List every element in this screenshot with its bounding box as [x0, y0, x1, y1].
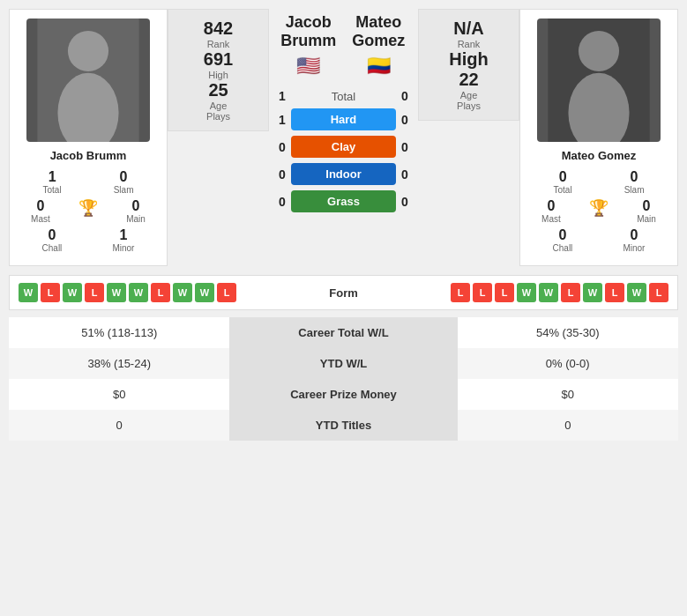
stat-p2-value: 0% (0-0) — [458, 348, 678, 379]
form-badge: W — [583, 283, 602, 302]
stat-label: Career Prize Money — [229, 379, 457, 410]
player1-stats: 1 Total 0 Slam 0 Mast 🏆 — [17, 169, 160, 256]
player1-trophy: 🏆 — [78, 198, 98, 224]
player1-flag: 🇺🇸 — [273, 55, 344, 78]
stats-table: 51% (118-113) Career Total W/L 54% (35-3… — [9, 317, 678, 441]
player1-name-top: Jacob Brumm — [273, 13, 344, 50]
player1-chall: 0 Chall — [42, 227, 63, 253]
form-badge: L — [605, 283, 624, 302]
form-badge: L — [151, 283, 170, 302]
table-row: $0 Career Prize Money $0 — [9, 379, 678, 410]
form-badge: W — [195, 283, 214, 302]
stat-p2-value: 54% (35-30) — [458, 317, 678, 348]
career-stats-table: 51% (118-113) Career Total W/L 54% (35-3… — [9, 317, 678, 441]
player2-trophy: 🏆 — [589, 198, 609, 224]
stat-label: Career Total W/L — [229, 317, 457, 348]
table-row: 51% (118-113) Career Total W/L 54% (35-3… — [9, 317, 678, 348]
player2-flag: 🇨🇴 — [344, 55, 414, 78]
form-badge: W — [63, 283, 82, 302]
player2-chall: 0 Chall — [553, 227, 573, 253]
player2-mast: 0 Mast — [541, 198, 561, 224]
player1-high: 691 High — [204, 49, 233, 80]
player1-total: 1 Total — [43, 169, 62, 195]
player-comparison: Jacob Brumm 1 Total 0 Slam 0 Mast — [9, 9, 678, 266]
player1-slam: 0 Slam — [114, 169, 134, 195]
player1-minor: 1 Minor — [112, 227, 134, 253]
stat-p1-value: 51% (118-113) — [9, 317, 229, 348]
form-badge: L — [217, 283, 236, 302]
player1-name: Jacob Brumm — [50, 149, 127, 162]
main-container: Jacob Brumm 1 Total 0 Slam 0 Mast — [0, 0, 687, 449]
h2h-center: Jacob Brumm 🇺🇸 Mateo Gomez 🇨🇴 1 Total 0 — [269, 9, 418, 218]
player1-avatar — [26, 19, 150, 142]
svg-point-1 — [68, 31, 108, 71]
total-row: 1 Total 0 — [273, 89, 414, 103]
stat-p2-value: $0 — [458, 379, 678, 410]
form-badge: L — [85, 283, 104, 302]
player2-high: High — [449, 49, 488, 70]
stat-label: YTD W/L — [229, 348, 457, 379]
form-badge: W — [19, 283, 38, 302]
player1-form: WLWLWWLWWL — [19, 283, 236, 302]
grass-row: 0 Grass 0 — [273, 190, 414, 212]
table-row: 38% (15-24) YTD W/L 0% (0-0) — [9, 348, 678, 379]
player1-main: 0 Main — [126, 198, 146, 224]
player1-mast: 0 Mast — [31, 198, 50, 224]
player2-age: 22 Age — [459, 70, 478, 100]
player2-name: Mateo Gomez — [562, 149, 637, 162]
player2-form: LLLWWLWLWL — [451, 283, 668, 302]
player2-name-top: Mateo Gomez — [344, 13, 414, 50]
form-badge: W — [539, 283, 558, 302]
form-badge: W — [173, 283, 192, 302]
player2-middle-stats: N/A Rank High 22 Age Plays — [418, 9, 519, 121]
form-badge: L — [561, 283, 580, 302]
player1-card: Jacob Brumm 1 Total 0 Slam 0 Mast — [9, 9, 168, 266]
form-badge: W — [129, 283, 148, 302]
form-badge: W — [627, 283, 646, 302]
stat-label: YTD Titles — [229, 410, 457, 441]
stat-p1-value: 38% (15-24) — [9, 348, 229, 379]
player2-plays: Plays — [457, 100, 481, 111]
form-badge: L — [495, 283, 514, 302]
table-row: 0 YTD Titles 0 — [9, 410, 678, 441]
player2-stats: 0 Total 0 Slam 0 Mast 🏆 — [527, 169, 670, 256]
player2-rank: N/A Rank — [453, 19, 483, 49]
form-badge: L — [649, 283, 668, 302]
player1-age: 25 Age — [208, 80, 228, 111]
player2-minor: 0 Minor — [623, 227, 645, 253]
stat-p1-value: 0 — [9, 410, 229, 441]
form-badge: W — [107, 283, 126, 302]
indoor-row: 0 Indoor 0 — [273, 163, 414, 185]
player2-slam: 0 Slam — [624, 169, 645, 195]
form-label: Form — [317, 286, 370, 300]
player1-middle-stats: 842 Rank 691 High 25 Age Plays — [168, 9, 269, 131]
player1-plays: Plays — [206, 111, 230, 122]
player1-rank: 842 Rank — [204, 19, 233, 49]
form-badge: W — [517, 283, 536, 302]
player2-avatar — [537, 19, 661, 142]
stat-p1-value: $0 — [9, 379, 229, 410]
clay-row: 0 Clay 0 — [273, 136, 414, 158]
form-badge: L — [473, 283, 492, 302]
stat-p2-value: 0 — [458, 410, 678, 441]
player2-card: Mateo Gomez 0 Total 0 Slam 0 Mast — [519, 9, 678, 266]
player2-main: 0 Main — [637, 198, 656, 224]
hard-row: 1 Hard 0 — [273, 108, 414, 130]
svg-point-4 — [579, 31, 619, 71]
player1-name-center-area: Jacob Brumm 🇺🇸 Mateo Gomez 🇨🇴 1 Total 0 — [273, 9, 414, 218]
form-badge: L — [451, 283, 470, 302]
player2-total: 0 Total — [554, 169, 572, 195]
form-section: WLWLWWLWWL Form LLLWWLWLWL — [9, 275, 678, 310]
form-badge: L — [41, 283, 60, 302]
